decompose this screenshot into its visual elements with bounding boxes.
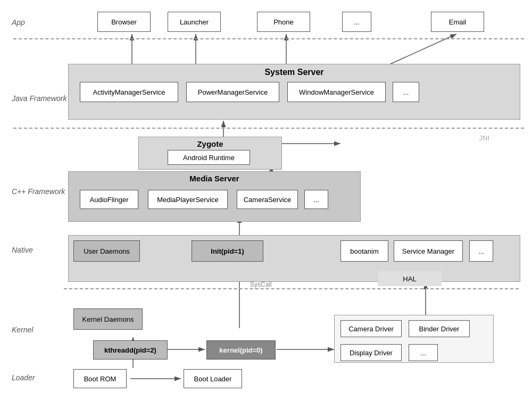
display-driver-box: Display Driver [340,344,402,361]
native-dots-box: ... [469,240,493,262]
app-dots-box: ... [342,12,371,32]
java-label: Java Framework [12,94,66,103]
kernel-label: Kernel [12,325,33,334]
power-manager-service-box: PowerManagerService [186,82,279,102]
bootanim-box: bootanim [340,240,388,262]
diagram-container: Loader Boot ROM Boot Loader Kernel SysCa… [11,6,521,395]
java-dashed-line [13,128,524,129]
app-label: App [12,18,25,27]
loader-label: Loader [12,373,35,382]
service-manager-box: Service Manager [394,240,463,262]
zygote-title: Zygote [138,139,282,148]
cpp-label: C++ Framework [12,187,65,196]
launcher-box: Launcher [168,12,221,32]
native-label: Native [12,246,33,254]
audio-flinger-box: AudioFlinger [80,190,138,209]
browser-box: Browser [97,12,151,32]
media-server-title: Media Server [68,174,361,183]
camera-service-box: CameraService [237,190,298,209]
camera-driver-box: Camera Driver [340,320,402,337]
kernel-daemons-box: Kernel Daemons [73,308,143,330]
syscall-label: SysCall [250,281,272,288]
phone-box: Phone [257,12,310,32]
media-player-service-box: MediaPlayerService [148,190,228,209]
email-box: Email [431,12,484,32]
kthreadd-box: kthreadd(pid=2) [93,340,168,360]
window-manager-service-box: WindowManagerService [287,82,386,102]
media-dots-box: ... [304,190,328,209]
android-runtime-box: Android Runtime [168,150,250,165]
kernel-dots-box: ... [409,344,438,361]
boot-rom-box: Boot ROM [73,369,127,388]
activity-manager-service-box: ActivityManagerService [80,82,178,102]
kernel-box: kernel(pid=0) [206,340,276,360]
binder-driver-box: Binder Driver [409,320,470,337]
user-daemons-box: User Daemons [73,240,140,262]
boot-loader-box: Boot Loader [184,369,242,388]
jni-label: JNI [479,134,490,142]
system-server-title: System Server [68,68,520,77]
hal-label-box: HAL [378,271,442,286]
app-dashed-line [13,38,524,39]
syscall-line [64,288,519,289]
java-dots-box: ... [393,82,419,102]
init-box: Init(pid=1) [192,240,263,262]
